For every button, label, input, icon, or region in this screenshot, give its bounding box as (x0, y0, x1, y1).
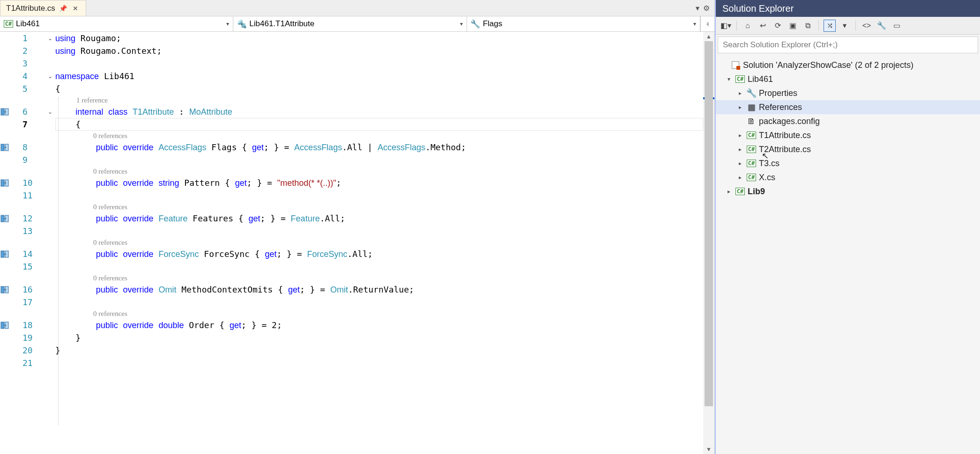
se-sync-button[interactable]: ⤭ (824, 20, 836, 32)
scroll-up-icon[interactable]: ▲ (703, 32, 714, 41)
tree-node[interactable]: ▸C#X.cs (716, 170, 980, 184)
implement-glyph-icon[interactable] (0, 141, 22, 154)
toolbar-separator (736, 21, 737, 31)
fold-toggle-icon[interactable]: ⌄ (45, 70, 55, 82)
split-editor-button[interactable]: ⫞ (700, 16, 714, 31)
se-views-button[interactable]: ◧▾ (720, 20, 732, 32)
tree-node[interactable]: ▸C#T1Attribute.cs (716, 128, 980, 142)
line-number: 1 (22, 33, 28, 43)
tree-node[interactable]: 🗎packages.config (716, 114, 980, 128)
vertical-scrollbar[interactable]: ▲ ▼ (703, 32, 714, 454)
code-line[interactable]: public override Omit MethodContextOmits … (55, 283, 414, 296)
codelens-references[interactable]: 0 references (55, 202, 703, 212)
code-line[interactable]: namespace Lib461 (55, 70, 134, 83)
codelens-references[interactable]: 1 reference (55, 95, 703, 105)
line-number: 10 (22, 178, 33, 188)
solution-explorer-search[interactable]: Search Solution Explorer (Ctrl+;) (718, 37, 978, 53)
expand-icon[interactable]: ▸ (736, 104, 744, 110)
expand-icon[interactable]: ▸ (736, 160, 744, 167)
expand-icon[interactable]: ▸ (736, 132, 744, 139)
codelens-references[interactable]: 0 references (55, 237, 703, 248)
codelens-references[interactable]: 0 references (55, 273, 703, 283)
nav-member-select[interactable]: 🔧 Flags ▾ (467, 16, 700, 31)
expand-icon[interactable]: ▸ (725, 188, 733, 195)
editor-body[interactable]: 123456789101112131415161718192021 ⌄⌄⌄ us… (0, 32, 714, 454)
implement-glyph-icon[interactable] (0, 176, 22, 189)
document-tab-active[interactable]: T1Attribute.cs 📌 ✕ (0, 0, 86, 16)
tree-node[interactable]: ▸C#T3.cs (716, 156, 980, 170)
tree-label: T1Attribute.cs (759, 131, 811, 140)
line-number: 15 (22, 262, 33, 271)
close-tab-icon[interactable]: ✕ (71, 5, 80, 12)
implement-glyph-icon[interactable] (0, 283, 22, 296)
se-sync-chevron-icon[interactable]: ▾ (839, 20, 851, 32)
se-properties-button[interactable]: 🔧 (876, 20, 888, 32)
codelens-references[interactable]: 0 references (55, 166, 703, 176)
tree-label: Properties (759, 88, 797, 98)
implement-glyph-icon[interactable] (0, 319, 22, 331)
code-line[interactable] (55, 57, 60, 70)
tab-settings-icon[interactable]: ⚙ (703, 4, 710, 13)
code-editor-pane: T1Attribute.cs 📌 ✕ ▾ ⚙ C# Lib461 ▾ 🔩 Lib… (0, 0, 715, 454)
se-preview-button[interactable]: ▭ (891, 20, 903, 32)
tab-tools: ▾ ⚙ (691, 0, 714, 16)
expand-icon[interactable]: ▾ (725, 76, 733, 82)
scroll-down-icon[interactable]: ▼ (703, 445, 714, 454)
code-line[interactable]: public override ForceSync ForceSync { ge… (55, 248, 373, 261)
fold-toggle-icon[interactable]: ⌄ (45, 105, 55, 118)
nav-type-label: Lib461.T1Attribute (249, 19, 314, 29)
line-number-margin: 123456789101112131415161718192021 (22, 32, 45, 454)
codelens-references[interactable]: 0 references (55, 308, 703, 319)
line-number: 18 (22, 320, 33, 330)
chevron-down-icon: ▾ (693, 21, 696, 27)
codelens-references[interactable]: 0 references (55, 131, 703, 141)
code-line[interactable]: { (55, 82, 60, 95)
code-line[interactable]: public override string Pattern { get; } … (55, 176, 341, 190)
solution-icon (731, 60, 740, 70)
implement-glyph-icon[interactable] (0, 212, 22, 225)
expand-icon[interactable]: ▸ (736, 174, 744, 181)
refs-icon: ▦ (747, 103, 756, 112)
implement-glyph-icon[interactable] (0, 105, 22, 118)
wrench-icon: 🔧 (747, 88, 756, 98)
se-home-button[interactable]: ⌂ (742, 20, 754, 32)
implement-glyph-icon[interactable] (0, 248, 22, 260)
code-line[interactable]: public override AccessFlags Flags { get;… (55, 141, 466, 154)
cs-icon: C# (747, 173, 756, 182)
solution-node[interactable]: Solution 'AnalyzerShowCase' (2 of 2 proj… (716, 58, 980, 72)
fold-margin[interactable]: ⌄⌄⌄ (45, 32, 55, 454)
se-code-button[interactable]: <> (861, 20, 873, 32)
tree-node[interactable]: ▸▦References↖ (716, 100, 980, 114)
se-refresh-button[interactable]: ⟳ (772, 20, 784, 32)
expand-icon[interactable]: ▸ (736, 146, 744, 153)
se-collapse-button[interactable]: ▣ (787, 20, 799, 32)
tree-label: packages.config (759, 117, 820, 126)
line-number: 14 (22, 249, 33, 259)
scroll-thumb[interactable] (705, 41, 713, 406)
line-number: 4 (22, 71, 28, 81)
tree-node[interactable]: ▸C#T2Attribute.cs (716, 142, 980, 156)
expand-icon[interactable]: ▸ (736, 90, 744, 96)
solution-tree[interactable]: Solution 'AnalyzerShowCase' (2 of 2 proj… (716, 55, 980, 454)
tab-overflow-icon[interactable]: ▾ (696, 4, 699, 13)
line-number: 12 (22, 213, 33, 223)
code-line[interactable]: public override Feature Features { get; … (55, 212, 345, 225)
pin-icon[interactable]: 📌 (59, 5, 67, 12)
glyph-margin (0, 32, 22, 454)
code-line[interactable]: } (55, 331, 81, 344)
tree-node[interactable]: ▾C#Lib461 (716, 72, 980, 86)
cs-icon: C# (747, 159, 756, 168)
fold-toggle-icon[interactable]: ⌄ (45, 32, 55, 44)
code-area[interactable]: using Rougamo;using Rougamo.Context; nam… (55, 32, 703, 454)
nav-type-select[interactable]: 🔩 Lib461.T1Attribute ▾ (233, 16, 467, 31)
se-copy-button[interactable]: ⧉ (802, 20, 814, 32)
tree-node[interactable]: ▸C#Lib9 (716, 184, 980, 198)
code-line[interactable]: using Rougamo.Context; (55, 44, 162, 58)
code-line[interactable]: using Rougamo; (55, 32, 121, 45)
se-back-button[interactable]: ↩ (757, 20, 769, 32)
tree-node[interactable]: ▸🔧Properties (716, 86, 980, 100)
code-line[interactable]: public override double Order { get; } = … (55, 319, 282, 332)
code-line[interactable]: internal class T1Attribute : MoAttribute (55, 105, 232, 118)
nav-scope-select[interactable]: C# Lib461 ▾ (0, 16, 233, 31)
csharp-project-icon: C# (5, 20, 12, 28)
